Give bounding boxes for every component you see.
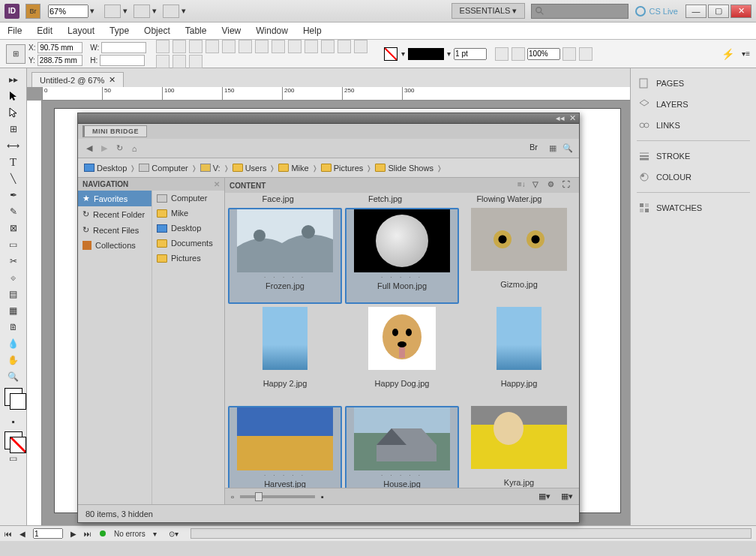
bridge-icon[interactable]: Br (26, 4, 40, 19)
view-options-icon[interactable] (104, 5, 121, 18)
minimize-button[interactable]: — (686, 5, 706, 18)
view-layout-icon[interactable]: ▦▾ (561, 491, 573, 501)
maximize-button[interactable]: ▢ (708, 5, 729, 18)
refresh-icon[interactable]: ↻ (114, 143, 124, 154)
horizontal-scrollbar[interactable] (190, 528, 752, 539)
crumb-mike[interactable]: Mike (278, 164, 308, 173)
folder-documents[interactable]: Documents (152, 236, 224, 251)
thumbnail-gizmo[interactable]: Gizmo.jpg (462, 208, 576, 304)
rectangle-frame-tool-icon[interactable]: ⊠ (4, 221, 22, 236)
page-tool-icon[interactable]: ⊞ (4, 122, 22, 137)
crumb-slideshows[interactable]: Slide Shows (375, 164, 434, 173)
crumb-drive[interactable]: V: (200, 164, 220, 173)
menu-type[interactable]: Type (110, 26, 129, 36)
prev-page-icon[interactable]: ◀ (20, 530, 26, 538)
page-field[interactable] (33, 528, 63, 539)
document-tab[interactable]: Untitled-2 @ 67%✕ (32, 72, 124, 87)
rotate2-icon[interactable] (354, 40, 368, 53)
stroke-weight-field[interactable] (454, 48, 487, 60)
mini-bridge-tab[interactable]: MINI BRIDGE (82, 125, 147, 137)
sort-icon[interactable]: ≡↓ (518, 180, 530, 191)
pen-tool-icon[interactable]: ✒ (4, 188, 22, 203)
mini-bridge-titlebar[interactable]: ◂◂ ✕ (78, 113, 579, 124)
panel-collapse-icon[interactable]: ◂◂ (556, 113, 565, 123)
thumb-label[interactable]: Flowing Water.jpg (476, 194, 542, 203)
nav-close-icon[interactable]: ✕ (214, 180, 220, 188)
first-page-icon[interactable]: ⏮ (4, 530, 12, 538)
menu-window[interactable]: Window (256, 26, 288, 36)
menu-view[interactable]: View (221, 26, 241, 36)
thumbnail-frozen[interactable]: · · · · ·Frozen.jpg (228, 208, 342, 304)
scissors-tool-icon[interactable]: ✂ (4, 254, 22, 269)
align-icon[interactable] (206, 40, 219, 53)
line-tool-icon[interactable]: ╲ (4, 171, 22, 186)
effects-icon[interactable] (272, 40, 285, 53)
menu-help[interactable]: Help (303, 26, 322, 36)
stroke-swatch-icon[interactable] (408, 48, 444, 60)
search-field[interactable] (531, 4, 628, 19)
flip-h-icon[interactable] (172, 40, 186, 53)
apply-color-icon[interactable]: ▪ (4, 414, 22, 429)
tab-close-icon[interactable]: ✕ (109, 75, 116, 85)
menu-edit[interactable]: Edit (37, 26, 52, 36)
thumb-label[interactable]: Fetch.jpg (368, 194, 402, 203)
hand-tool-icon[interactable]: ✋ (4, 353, 22, 368)
gradient-feather-tool-icon[interactable]: ▦ (4, 303, 22, 318)
thumbnail-size-slider[interactable] (240, 495, 315, 498)
panel-stroke[interactable]: STROKE (631, 146, 756, 167)
folder-computer[interactable]: Computer (152, 191, 224, 206)
thumb-label[interactable]: Face.jpg (262, 194, 294, 203)
thumbnail-happy2[interactable]: Happy 2.jpg (228, 307, 342, 403)
cs-live-button[interactable]: CS Live (634, 5, 678, 17)
thumbnail-fullmoon[interactable]: · · · · ·Full Moon.jpg (345, 208, 459, 304)
view-icon[interactable]: ▦ (548, 143, 558, 154)
fill-stroke-swatch[interactable] (4, 388, 22, 406)
back-icon[interactable]: ◀ (84, 143, 94, 154)
y-field[interactable] (38, 55, 82, 66)
fit-frame-icon[interactable] (172, 55, 186, 68)
screen-mode-tool-icon[interactable]: ▭ (4, 451, 22, 466)
crumb-desktop[interactable]: Desktop (84, 164, 127, 173)
menu-table[interactable]: Table (185, 26, 207, 36)
transform-icon[interactable] (304, 40, 318, 53)
panel-pages[interactable]: PAGES (631, 73, 756, 94)
goto-bridge-icon[interactable]: Br (530, 143, 543, 155)
menu-object[interactable]: Object (144, 26, 170, 36)
note-tool-icon[interactable]: 🗎 (4, 320, 22, 335)
dropshad-icon[interactable] (512, 47, 525, 61)
zoom-dropdown-icon[interactable]: ▾ (90, 6, 94, 16)
thumbnail-house[interactable]: · · · · ·House.jpg (345, 406, 459, 488)
folder-pictures[interactable]: Pictures (152, 251, 224, 266)
collapse-icon[interactable]: ▸▸ (4, 72, 22, 87)
forward-icon[interactable]: ▶ (99, 143, 110, 154)
fx-icon[interactable] (495, 47, 508, 61)
thumbnail-kyra[interactable]: Kyra.jpg (462, 406, 576, 488)
crumb-pictures[interactable]: Pictures (321, 164, 364, 173)
panel-swatches[interactable]: SWATCHES (631, 197, 756, 218)
opacity-field[interactable] (527, 48, 560, 60)
distribute-icon[interactable] (222, 40, 236, 53)
zoom-field[interactable] (48, 5, 88, 18)
quick-apply-icon[interactable]: ⚡ (722, 48, 734, 60)
close-button[interactable]: ✕ (730, 5, 752, 18)
folder-desktop[interactable]: Desktop (152, 221, 224, 236)
fill-swatch-icon[interactable] (384, 47, 398, 61)
control-menu-icon[interactable]: ▾≡ (742, 50, 750, 58)
rotate-icon[interactable] (156, 40, 170, 53)
pencil-tool-icon[interactable]: ✎ (4, 204, 22, 219)
direct-selection-tool-icon[interactable] (4, 105, 22, 120)
opacity-icon[interactable] (288, 40, 302, 53)
selection-tool-icon[interactable] (4, 89, 22, 104)
crumb-users[interactable]: Users (232, 164, 267, 173)
w-field[interactable] (101, 42, 146, 53)
fullscreen-icon[interactable]: ⛶ (562, 180, 574, 191)
next-page-icon[interactable]: ▶ (70, 530, 76, 538)
filter-icon[interactable]: ▽ (532, 180, 544, 191)
wrap-icon[interactable] (238, 40, 252, 53)
flip-v-icon[interactable] (189, 40, 202, 53)
nav-collections[interactable]: Collections (78, 238, 152, 253)
last-page-icon[interactable]: ⏭ (84, 530, 92, 538)
screen-mode-icon[interactable] (134, 5, 150, 18)
crumb-computer[interactable]: Computer (139, 164, 188, 173)
extra-icon[interactable] (579, 47, 592, 61)
